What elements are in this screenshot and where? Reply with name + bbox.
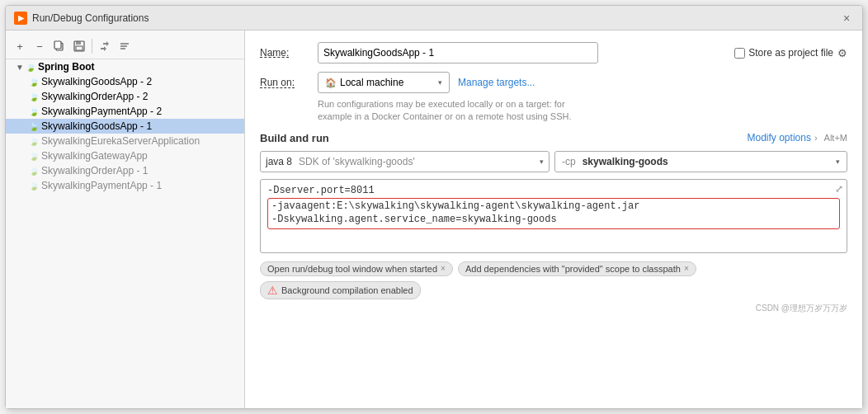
add-config-button[interactable]: + (11, 37, 29, 55)
toolbar-separator (92, 39, 92, 54)
home-icon: 🏠 (325, 78, 337, 88)
run-debug-dialog: ▶ Run/Debug Configurations × + − (5, 5, 863, 409)
expand-icon[interactable]: ⤢ (835, 183, 843, 195)
shortcut-text: Alt+M (824, 133, 847, 143)
app-icon: ▶ (14, 12, 27, 25)
store-project-label[interactable]: Store as project file (734, 47, 833, 59)
tag-2: ⚠Background compilation enabled (260, 281, 421, 299)
vm-options-box[interactable]: -Dserver.port=8011 -javaagent:E:\skywalk… (260, 179, 847, 253)
sdk-classpath-row: java 8 SDK of 'skywalking-goods' ▾ -cp s… (260, 151, 847, 172)
main-panel: Name: Store as project file ⚙ Run on: 🏠 … (245, 31, 862, 408)
close-button[interactable]: × (839, 11, 854, 26)
save-config-button[interactable] (70, 37, 88, 55)
list-item[interactable]: 🍃 SkywalkingGoodsApp - 1 (6, 119, 244, 134)
item-label-0: SkywalkingGoodsApp - 2 (41, 76, 152, 87)
app-icon-1: 🍃 (29, 92, 39, 101)
spring-boot-icon: 🍃 (26, 63, 35, 72)
hint-text: Run configurations may be executed local… (318, 98, 847, 124)
name-input[interactable] (318, 42, 598, 64)
spring-boot-label: Spring Boot (38, 61, 95, 73)
sdk-dropdown[interactable]: java 8 SDK of 'skywalking-goods' ▾ (260, 151, 550, 172)
list-item[interactable]: 🍃 SkywalkingEurekaServerApplication (6, 134, 244, 148)
dialog-content: + − (6, 31, 862, 408)
app-icon-7: 🍃 (29, 181, 39, 191)
list-item[interactable]: 🍃 SkywalkingPaymentApp - 1 (6, 178, 244, 193)
modify-chevron-icon: › (814, 133, 818, 143)
cp-prefix-label: -cp (562, 156, 576, 167)
modify-options-link[interactable]: Modify options (748, 132, 811, 143)
sdk-of-label: SDK of 'skywalking-goods' (299, 156, 415, 167)
list-item[interactable]: 🍃 SkywalkingGoodsApp - 2 (6, 74, 244, 89)
app-icon-4: 🍃 (29, 137, 39, 146)
run-on-label: Run on: (260, 77, 318, 88)
sidebar-toolbar: + − (6, 34, 244, 59)
classpath-dropdown-arrow-icon: ▾ (836, 158, 840, 166)
vm-line-3: -Dskywalking.agent.service_name=skywalki… (271, 214, 836, 225)
name-row: Name: Store as project file ⚙ (260, 42, 847, 64)
warning-icon-2: ⚠ (267, 284, 278, 297)
classpath-dropdown[interactable]: -cp skywalking-goods ▾ (554, 151, 847, 172)
store-project-checkbox[interactable] (734, 48, 745, 59)
sidebar: + − (6, 31, 245, 408)
list-item[interactable]: 🍃 SkywalkingOrderApp - 2 (6, 89, 244, 104)
watermark: CSDN @理想万岁万万岁 (260, 303, 847, 314)
store-project-gear-icon[interactable]: ⚙ (837, 47, 847, 59)
store-project-area: Store as project file ⚙ (734, 47, 847, 59)
run-on-row: Run on: 🏠 Local machine ▾ Manage targets… (260, 72, 847, 93)
vm-line-2: -javaagent:E:\skywalking\skywalking-agen… (271, 200, 836, 212)
build-run-title: Build and run (260, 132, 329, 144)
cp-name-label: skywalking-goods (583, 156, 668, 167)
vm-highlighted-block: -javaagent:E:\skywalking\skywalking-agen… (267, 198, 840, 229)
list-item[interactable]: 🍃 SkywalkingOrderApp - 1 (6, 163, 244, 178)
manage-targets-link[interactable]: Manage targets... (458, 77, 535, 88)
item-label-5: SkywalkingGatewayApp (41, 150, 148, 162)
item-label-2: SkywalkingPaymentApp - 2 (41, 106, 162, 117)
item-label-3: SkywalkingGoodsApp - 1 (41, 120, 152, 132)
sort-config-button[interactable] (116, 37, 134, 55)
tag-close-0[interactable]: × (441, 264, 446, 273)
modify-options-area: Modify options › Alt+M (748, 132, 847, 143)
item-label-1: SkywalkingOrderApp - 2 (41, 91, 148, 102)
name-label: Name: (260, 47, 318, 59)
sdk-dropdown-arrow-icon: ▾ (540, 158, 544, 166)
app-icon-3: 🍃 (29, 122, 39, 131)
item-label-4: SkywalkingEurekaServerApplication (41, 135, 200, 147)
bottom-tags: Open run/debug tool window when started×… (260, 261, 847, 299)
item-label-6: SkywalkingOrderApp - 1 (41, 165, 148, 176)
remove-config-button[interactable]: − (31, 37, 49, 55)
tag-0: Open run/debug tool window when started× (260, 261, 453, 276)
group-arrow: ▼ (16, 63, 24, 72)
tag-close-1[interactable]: × (684, 264, 689, 273)
app-icon-0: 🍃 (29, 78, 39, 87)
svg-rect-4 (76, 46, 83, 50)
item-label-7: SkywalkingPaymentApp - 1 (41, 180, 162, 191)
spring-boot-group[interactable]: ▼ 🍃 Spring Boot (6, 59, 244, 74)
move-config-button[interactable] (96, 37, 114, 55)
title-bar-left: ▶ Run/Debug Configurations (14, 12, 149, 25)
title-bar: ▶ Run/Debug Configurations × (6, 6, 862, 31)
vm-line-1: -Dserver.port=8011 (267, 185, 840, 196)
build-run-section-header: Build and run Modify options › Alt+M (260, 132, 847, 144)
app-icon-5: 🍃 (29, 152, 39, 161)
svg-rect-1 (54, 41, 61, 49)
list-item[interactable]: 🍃 SkywalkingPaymentApp - 2 (6, 104, 244, 119)
copy-config-button[interactable] (50, 37, 68, 55)
list-item[interactable]: 🍃 SkywalkingGatewayApp (6, 148, 244, 163)
dialog-title: Run/Debug Configurations (32, 12, 149, 24)
tag-1: Add dependencies with "provided" scope t… (458, 261, 696, 276)
app-icon-6: 🍃 (29, 167, 39, 176)
svg-rect-3 (76, 41, 81, 45)
run-on-dropdown[interactable]: 🏠 Local machine ▾ (318, 72, 450, 93)
app-icon-2: 🍃 (29, 107, 39, 116)
dropdown-arrow-icon: ▾ (438, 78, 442, 87)
